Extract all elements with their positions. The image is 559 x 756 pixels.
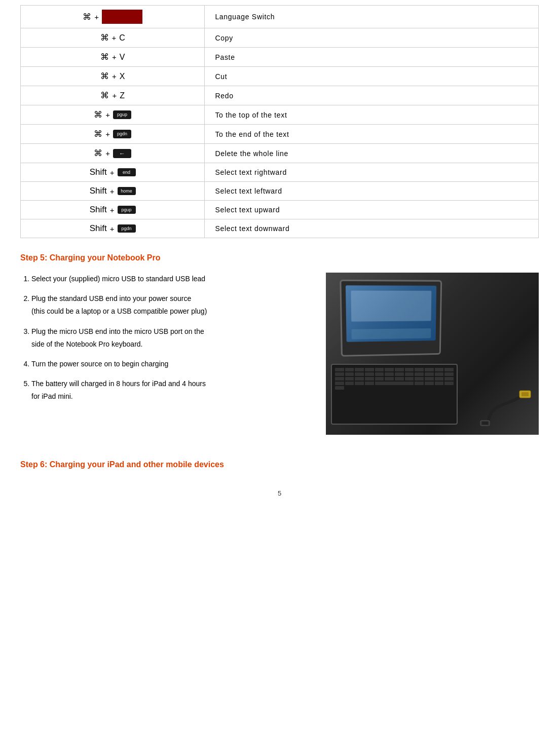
step5-list-item-1: Select your (supplied) micro USB to stan… — [31, 273, 311, 285]
description-cell-4: Redo — [205, 86, 539, 105]
modifier-symbol: ⌘ — [100, 71, 109, 82]
key-letter: C — [119, 33, 125, 43]
plus-sign: + — [110, 187, 115, 196]
modifier-symbol: ⌘ — [94, 109, 102, 120]
step6-heading: Step 6: Charging your iPad and other mob… — [20, 460, 539, 469]
table-row: ⌘+pgdnTo the end of the text — [21, 125, 539, 144]
step5-list-item-3: Plug the micro USB end into the micro US… — [31, 325, 311, 351]
pgdn-icon: pgdn — [113, 130, 131, 138]
modifier-symbol: Shift — [90, 205, 107, 215]
modifier-symbol: Shift — [90, 186, 107, 196]
description-cell-0: Language Switch — [205, 6, 539, 28]
plus-sign: + — [94, 13, 99, 21]
modifier-symbol: Shift — [90, 167, 107, 177]
key-letter: X — [120, 72, 125, 81]
description-cell-8: Select text rightward — [205, 163, 539, 182]
description-cell-7: Delete the whole line — [205, 144, 539, 163]
shortcut-table: ⌘+Language Switch⌘+CCopy⌘+VPaste⌘+XCut⌘+… — [20, 5, 539, 238]
modifier-symbol: ⌘ — [100, 32, 109, 43]
color-block-icon — [102, 10, 142, 24]
svg-rect-1 — [482, 422, 488, 425]
key-cell-10: Shift+pgup — [21, 201, 205, 219]
description-cell-9: Select text leftward — [205, 182, 539, 201]
svg-rect-3 — [521, 392, 529, 396]
step5-list-item-4: Turn the power source on to begin chargi… — [31, 358, 311, 370]
key-cell-7: ⌘+← — [21, 144, 205, 163]
table-row: Shift+pgupSelect text upward — [21, 201, 539, 219]
key-cell-2: ⌘+V — [21, 48, 205, 67]
key-cell-1: ⌘+C — [21, 28, 205, 48]
step5-heading: Step 5: Charging your Notebook Pro — [20, 253, 539, 262]
table-row: ⌘+XCut — [21, 67, 539, 86]
description-cell-1: Copy — [205, 28, 539, 48]
step5-list-item-5: The battery will charged in 8 hours for … — [31, 377, 311, 403]
step5-list: Select your (supplied) micro USB to stan… — [20, 273, 311, 410]
plus-sign: + — [112, 91, 117, 100]
pgdn2-icon: pgdn — [118, 224, 136, 233]
page-number: 5 — [20, 489, 539, 497]
step5-content: Select your (supplied) micro USB to stan… — [20, 273, 539, 435]
key-letter: Z — [120, 91, 125, 100]
description-cell-3: Cut — [205, 67, 539, 86]
plus-sign: + — [105, 110, 110, 119]
table-row: ⌘+ZRedo — [21, 86, 539, 105]
table-row: ⌘+CCopy — [21, 28, 539, 48]
plus-sign: + — [105, 130, 110, 138]
key-cell-3: ⌘+X — [21, 67, 205, 86]
plus-sign: + — [110, 224, 115, 233]
step5-ordered-list: Select your (supplied) micro USB to stan… — [20, 273, 311, 403]
key-cell-5: ⌘+pgup — [21, 105, 205, 125]
plus-sign: + — [105, 149, 110, 158]
table-row: Shift+homeSelect text leftward — [21, 182, 539, 201]
modifier-symbol: ⌘ — [94, 129, 102, 139]
description-cell-2: Paste — [205, 48, 539, 67]
plus-sign: + — [112, 33, 117, 42]
table-row: ⌘+pgupTo the top of the text — [21, 105, 539, 125]
plus-sign: + — [110, 206, 115, 214]
table-row: Shift+pgdnSelect text downward — [21, 219, 539, 238]
arrow-left-icon: ← — [113, 149, 131, 158]
key-cell-6: ⌘+pgdn — [21, 125, 205, 144]
description-cell-5: To the top of the text — [205, 105, 539, 125]
step5-list-item-2: Plug the standard USB end into your powe… — [31, 292, 311, 318]
key-cell-9: Shift+home — [21, 182, 205, 201]
modifier-symbol: ⌘ — [94, 148, 102, 159]
table-row: Shift+endSelect text rightward — [21, 163, 539, 182]
modifier-symbol: ⌘ — [83, 12, 91, 22]
key-cell-8: Shift+end — [21, 163, 205, 182]
key-cell-11: Shift+pgdn — [21, 219, 205, 238]
key-letter: V — [120, 53, 125, 62]
end-icon: end — [118, 168, 136, 177]
pgup2-icon: pgup — [118, 206, 136, 214]
modifier-symbol: ⌘ — [100, 90, 109, 101]
home-icon: home — [118, 187, 136, 196]
table-row: ⌘+VPaste — [21, 48, 539, 67]
table-row: ⌘+Language Switch — [21, 6, 539, 28]
key-cell-0: ⌘+ — [21, 6, 205, 28]
modifier-symbol: Shift — [90, 223, 107, 234]
modifier-symbol: ⌘ — [100, 52, 109, 62]
step5-image — [326, 273, 539, 435]
table-row: ⌘+←Delete the whole line — [21, 144, 539, 163]
plus-sign: + — [112, 72, 117, 81]
key-cell-4: ⌘+Z — [21, 86, 205, 105]
plus-sign: + — [110, 168, 115, 177]
description-cell-10: Select text upward — [205, 201, 539, 219]
plus-sign: + — [112, 53, 117, 61]
pgup-icon: pgup — [113, 110, 131, 119]
description-cell-6: To the end of the text — [205, 125, 539, 144]
description-cell-11: Select text downward — [205, 219, 539, 238]
